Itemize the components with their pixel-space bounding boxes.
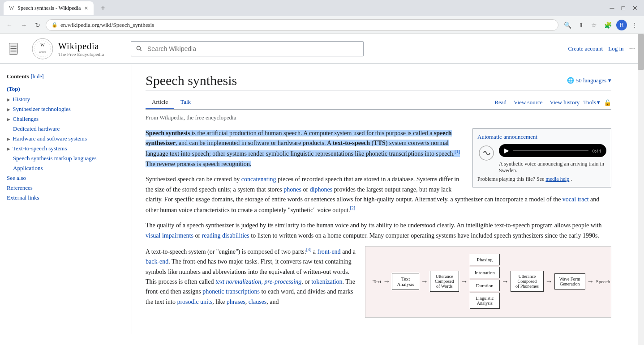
clauses-link[interactable]: clauses <box>249 298 266 305</box>
toc-item-history[interactable]: ▶ History <box>7 94 125 104</box>
back-end-link[interactable]: back-end <box>146 258 168 265</box>
audio-progress-bar[interactable] <box>513 150 588 151</box>
url-text: en.wikipedia.org/wiki/Speech_synthesis <box>60 21 154 29</box>
wiki-main-content: Speech synthesis 🌐 50 languages ▾ Articl… <box>132 64 625 334</box>
new-tab-button[interactable]: + <box>97 2 108 14</box>
audio-player[interactable]: ▶ 0:44 <box>499 144 606 157</box>
diagram-text-analysis: TextAnalysis <box>392 273 419 290</box>
phonetic-transcriptions-link[interactable]: phonetic transcriptions <box>202 288 260 295</box>
extension-button[interactable]: 🧩 <box>601 19 614 31</box>
toc-item-markup[interactable]: Speech synthesis markup languages <box>7 153 125 163</box>
scrollbar-thumb[interactable] <box>638 34 644 70</box>
wiki-logo-text: Wikipedia The Free Encyclopedia <box>58 41 104 57</box>
toc-item-top[interactable]: (Top) <box>7 84 125 94</box>
toc-hide-link[interactable]: [hide] <box>31 73 44 80</box>
maximize-button[interactable]: □ <box>619 2 628 14</box>
para-quality: The quality of a speech synthesizer is j… <box>146 221 611 241</box>
diphones-link[interactable]: diphones <box>310 186 333 193</box>
prosodic-units-link[interactable]: prosodic units <box>177 298 212 305</box>
toc-link-top[interactable]: (Top) <box>7 85 20 92</box>
toc-item-external[interactable]: External links <box>7 193 125 203</box>
toc-item-references[interactable]: References <box>7 183 125 193</box>
table-of-contents: Contents [hide] (Top) ▶ History ▶ Synthe… <box>0 64 132 334</box>
tab-talk[interactable]: Talk <box>174 96 197 109</box>
tab-tools[interactable]: Tools ▾ <box>583 99 600 106</box>
audio-time: 0:44 <box>592 148 601 153</box>
toc-link-synthesizer[interactable]: Synthesizer technologies <box>13 106 71 112</box>
wiki-search-container <box>131 41 364 56</box>
forward-button[interactable]: → <box>18 19 30 31</box>
toc-link-hardware[interactable]: Hardware and software systems <box>13 135 87 142</box>
browser-chrome: W Speech synthesis - Wikipedia ✕ + ─ □ ✕… <box>0 0 644 34</box>
tab-view-source[interactable]: View source <box>510 96 546 109</box>
arrow-6: → <box>587 277 594 285</box>
media-help-link[interactable]: media help <box>545 176 569 182</box>
toc-arrow-challenges: ▶ <box>7 117 10 122</box>
toc-item-see-also[interactable]: See also <box>7 173 125 183</box>
bookmark-button[interactable]: ☆ <box>588 19 600 31</box>
share-button[interactable]: ⬆ <box>576 19 587 31</box>
toc-item-synthesizer[interactable]: ▶ Synthesizer technologies <box>7 104 125 114</box>
diagram-utterance-words: UtteranceComposedof Words <box>430 271 459 292</box>
more-options-icon[interactable]: ··· <box>629 44 635 54</box>
toc-link-references[interactable]: References <box>7 184 33 191</box>
create-account-link[interactable]: Create account <box>568 45 603 52</box>
tab-read[interactable]: Read <box>491 96 510 109</box>
search-icon-btn[interactable]: 🔍 <box>561 19 574 31</box>
toc-link-tts[interactable]: Text-to-speech systems <box>13 145 67 152</box>
audio-wave-icon <box>477 144 495 162</box>
toc-link-external[interactable]: External links <box>7 194 39 201</box>
hamburger-menu[interactable]: ☰ <box>9 43 18 55</box>
close-button[interactable]: ✕ <box>630 2 640 14</box>
tab-close[interactable]: ✕ <box>84 5 88 11</box>
tab-view-history[interactable]: View history <box>546 96 584 109</box>
profile-button[interactable]: R <box>616 20 627 30</box>
toc-item-tts[interactable]: ▶ Text-to-speech systems <box>7 144 125 153</box>
diagram-stacked-boxes: Phasing Intonation Duration LinguisticAn… <box>470 254 500 309</box>
toc-link-see-also[interactable]: See also <box>7 175 26 181</box>
refresh-button[interactable]: ↻ <box>32 19 43 31</box>
diagram-linguistic: LinguisticAnalysis <box>470 293 500 309</box>
menu-button[interactable]: ⋮ <box>629 19 640 31</box>
audio-player-container: ▶ 0:44 A synthetic voice announcing an a… <box>499 144 606 176</box>
toc-link-history[interactable]: History <box>13 96 30 102</box>
visual-impairments-link[interactable]: visual impairments <box>146 232 193 239</box>
reading-disabilities-link[interactable]: reading disabilities <box>202 232 249 239</box>
toc-item-hardware[interactable]: ▶ Hardware and software systems <box>7 134 125 144</box>
log-in-link[interactable]: Log in <box>608 45 623 52</box>
page-title-container: Speech synthesis 🌐 50 languages ▾ <box>146 73 611 90</box>
wiki-logo-title: Wikipedia <box>58 41 104 51</box>
search-input[interactable] <box>131 41 364 56</box>
back-button[interactable]: ← <box>4 19 15 31</box>
browser-tab-active[interactable]: W Speech synthesis - Wikipedia ✕ <box>4 1 94 15</box>
toc-link-challenges[interactable]: Challenges <box>13 115 39 122</box>
arrow-3: → <box>461 277 468 285</box>
front-end-link[interactable]: front-end <box>318 248 341 255</box>
languages-button[interactable]: 🌐 50 languages ▾ <box>567 77 611 84</box>
text-normalization-link[interactable]: text normalization, pre-processing <box>215 278 301 285</box>
toc-link-markup[interactable]: Speech synthesis markup languages <box>13 155 97 162</box>
scrollbar[interactable] <box>638 34 644 334</box>
toc-item-dedicated-hardware[interactable]: Dedicated hardware <box>7 124 125 134</box>
play-button[interactable]: ▶ <box>504 147 509 154</box>
diagram-utterance-phonemes: UtteranceComposedof Phonemes <box>511 271 544 292</box>
address-bar[interactable]: 🔒 en.wikipedia.org/wiki/Speech_synthesis <box>46 19 558 31</box>
concatenating-link[interactable]: concatenating <box>241 176 276 183</box>
wiki-logo[interactable]: W WIKI Wikipedia The Free Encyclopedia <box>31 38 104 60</box>
tab-article[interactable]: Article <box>146 96 174 109</box>
audio-title-link[interactable]: Automatic announcement <box>477 133 606 141</box>
phones-link[interactable]: phones <box>283 186 301 193</box>
phrases-link[interactable]: phrases <box>227 298 245 305</box>
toc-arrow-tts: ▶ <box>7 146 10 151</box>
toc-link-applications[interactable]: Applications <box>13 165 43 171</box>
toc-item-applications[interactable]: Applications <box>7 163 125 173</box>
tab-title: Speech synthesis - Wikipedia <box>17 5 81 12</box>
tokenization-link[interactable]: tokenization <box>311 278 342 285</box>
toc-item-challenges[interactable]: ▶ Challenges <box>7 114 125 124</box>
tools-chevron-icon: ▾ <box>597 99 600 106</box>
minimize-button[interactable]: ─ <box>607 2 617 14</box>
arrow-2: → <box>421 277 428 285</box>
languages-count: 50 languages <box>576 77 606 84</box>
toc-link-dedicated-hardware[interactable]: Dedicated hardware <box>13 125 60 132</box>
vocal-tract-link[interactable]: vocal tract <box>562 196 589 203</box>
